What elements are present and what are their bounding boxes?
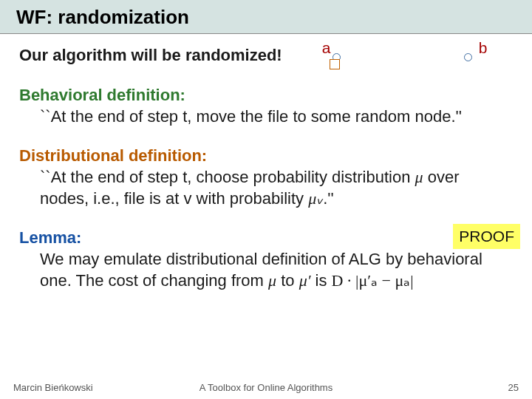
mu2-symbol: μ′ bbox=[299, 271, 311, 290]
dist-line1-pre: ``At the end of step t, choose probabili… bbox=[40, 168, 415, 186]
proof-badge: PROOF bbox=[453, 224, 520, 249]
footer-title: A Toolbox for Online Algorithms bbox=[182, 382, 350, 393]
distributional-body: ``At the end of step t, choose probabili… bbox=[19, 166, 513, 209]
distributional-heading: Distributional definition: bbox=[19, 146, 207, 165]
node-label-b: b bbox=[479, 39, 488, 57]
intro-row: Our algorithm will be randomized! a b bbox=[19, 43, 513, 68]
dist-line2-pre: nodes, i.e., file is at v with probabili… bbox=[40, 189, 308, 208]
lemma-block: Lemma: PROOF We may emulate distribution… bbox=[19, 227, 513, 291]
lemma-formula: D · |μ′ₐ − μₐ| bbox=[332, 271, 414, 290]
behavioral-block: Behavioral definition: ``At the end of s… bbox=[19, 84, 513, 127]
content-area: Our algorithm will be randomized! a b Be… bbox=[0, 34, 532, 291]
lemma-line2-pre: one. The cost of changing from bbox=[40, 271, 268, 290]
footer-page-number: 25 bbox=[350, 382, 519, 393]
dist-line2-post: .'' bbox=[323, 189, 334, 208]
node-label-a: a bbox=[322, 39, 331, 57]
footer-author: Marcin Bieńkowski bbox=[13, 382, 182, 393]
title-bar: WF: randomization bbox=[0, 0, 532, 34]
lemma-heading: Lemma: bbox=[19, 228, 81, 247]
lemma-line1: We may emulate distributional definition… bbox=[40, 250, 482, 268]
node-b bbox=[464, 53, 472, 61]
lemma-body: We may emulate distributional definition… bbox=[19, 248, 513, 291]
behavioral-heading: Behavioral definition: bbox=[19, 86, 185, 104]
slide-title: WF: randomization bbox=[16, 6, 516, 29]
lemma-line2-post: is bbox=[310, 271, 331, 290]
dist-line1-post: over bbox=[423, 168, 460, 186]
file-icon bbox=[330, 59, 340, 69]
intro-text: Our algorithm will be randomized! bbox=[19, 46, 282, 65]
slide: WF: randomization Our algorithm will be … bbox=[0, 0, 532, 399]
mu-symbol: μ bbox=[415, 168, 423, 186]
graph-diagram: a b bbox=[297, 43, 513, 68]
distributional-block: Distributional definition: ``At the end … bbox=[19, 145, 513, 209]
lemma-line2-mid: to bbox=[276, 271, 299, 290]
footer: Marcin Bieńkowski A Toolbox for Online A… bbox=[0, 382, 532, 393]
mu-v-symbol: μᵥ bbox=[308, 189, 323, 208]
mu1-symbol: μ bbox=[268, 271, 276, 290]
behavioral-body: ``At the end of step t, move the file to… bbox=[19, 106, 513, 127]
